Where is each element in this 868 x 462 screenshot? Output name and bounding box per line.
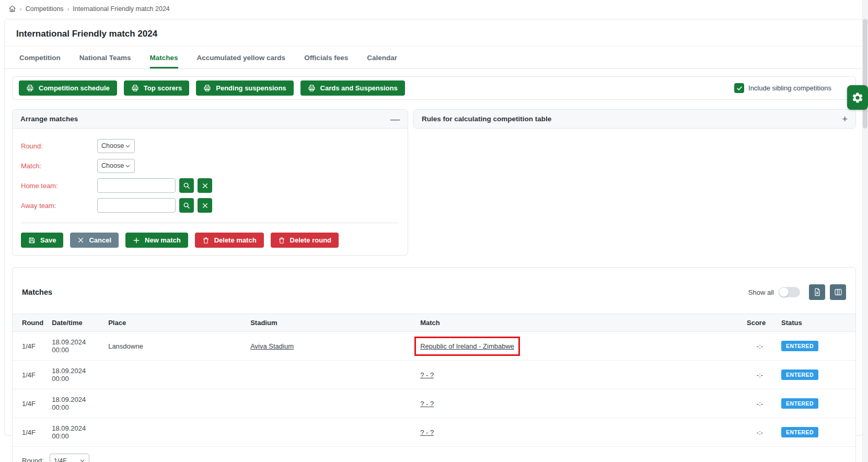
cell-stadium xyxy=(246,361,416,389)
printer-icon xyxy=(26,84,34,92)
columns-icon xyxy=(834,288,842,296)
breadcrumb-competitions[interactable]: Competitions xyxy=(26,5,64,13)
table-row: 1/4F 18.09.2024 00:00 ? - ? -:- ENTERED xyxy=(13,389,855,418)
new-match-label: New match xyxy=(145,236,181,244)
new-match-button[interactable]: New match xyxy=(125,233,188,248)
cell-match: ? - ? xyxy=(416,389,743,418)
settings-button[interactable] xyxy=(847,85,868,110)
match-link[interactable]: ? - ? xyxy=(420,429,434,436)
tab[interactable]: Calendar xyxy=(367,47,397,68)
cell-round: 1/4F xyxy=(13,418,48,447)
columns-button[interactable] xyxy=(830,284,846,300)
matches-footer: Round: 1/4F xyxy=(13,447,855,462)
tab[interactable]: Accumulated yellow cards xyxy=(197,47,286,68)
away-team-search-button[interactable] xyxy=(179,198,194,213)
export-file-button[interactable] xyxy=(809,284,825,300)
print-report-button[interactable]: Competition schedule xyxy=(19,80,117,96)
cell-place xyxy=(104,361,246,389)
round-select[interactable]: Choose xyxy=(97,139,135,153)
delete-match-button[interactable]: Delete match xyxy=(195,233,264,248)
col-status: Status xyxy=(777,314,855,332)
tab[interactable]: National Teams xyxy=(79,47,131,68)
cell-stadium xyxy=(246,389,416,418)
page-title: International Friendly match 2024 xyxy=(5,19,863,47)
tab[interactable]: Competition xyxy=(19,47,61,68)
col-stadium: Stadium xyxy=(246,314,416,332)
trash-icon xyxy=(278,237,285,244)
print-buttons: Competition schedule Top scorers xyxy=(19,80,405,96)
table-row: 1/4F 18.09.2024 00:00 ? - ? -:- ENTERED xyxy=(13,418,855,447)
include-sibling-checkbox[interactable] xyxy=(734,83,744,93)
tab[interactable]: Officials fees xyxy=(304,47,348,68)
match-select[interactable]: Choose xyxy=(97,159,135,173)
matches-head: Matches Show all xyxy=(13,284,855,314)
file-export-icon xyxy=(813,288,821,296)
away-team-field-row: Away team: xyxy=(21,198,399,213)
home-team-label: Home team: xyxy=(21,182,97,190)
cell-status: ENTERED xyxy=(777,361,855,389)
include-sibling-row: Include sibling competitions xyxy=(734,83,831,93)
table-row: 1/4F 18.09.2024 00:00 Lansdowne Aviva St… xyxy=(13,332,855,361)
home-team-field-row: Home team: xyxy=(21,178,399,193)
content: Competition schedule Top scorers xyxy=(5,69,863,462)
home-icon[interactable] xyxy=(8,5,16,13)
arrange-matches-title: Arrange matches xyxy=(20,115,78,123)
close-icon xyxy=(202,202,209,209)
matches-card: Matches Show all xyxy=(12,267,856,462)
status-badge: ENTERED xyxy=(781,341,818,351)
round-label: Round: xyxy=(21,142,97,150)
cell-datetime: 18.09.2024 00:00 xyxy=(48,361,104,389)
printer-icon xyxy=(203,84,211,92)
home-team-search-button[interactable] xyxy=(179,178,194,193)
match-select-value: Choose xyxy=(101,162,124,169)
print-report-button[interactable]: Cards and Suspensions xyxy=(300,80,405,96)
cell-stadium: Aviva Stadium xyxy=(246,332,416,361)
include-sibling-label: Include sibling competitions xyxy=(748,84,831,92)
rules-panel-title: Rules for calculating competition table xyxy=(422,115,551,123)
match-field-row: Match: Choose xyxy=(21,158,399,174)
print-report-button[interactable]: Pending suspensions xyxy=(196,80,293,96)
print-button-label: Competition schedule xyxy=(39,84,110,92)
chevron-down-icon xyxy=(79,458,85,462)
stadium-link[interactable]: Aviva Stadium xyxy=(250,342,294,350)
delete-round-button[interactable]: Delete round xyxy=(271,233,339,248)
footer-round-select[interactable]: 1/4F xyxy=(50,454,89,462)
cancel-button[interactable]: Cancel xyxy=(70,233,119,248)
cell-match: ? - ? xyxy=(416,418,743,447)
save-icon xyxy=(28,237,36,244)
col-place: Place xyxy=(104,314,246,332)
match-link[interactable]: Republic of Ireland - Zimbabwe xyxy=(420,342,514,350)
delete-match-label: Delete match xyxy=(214,236,257,244)
main-container: International Friendly match 2024 Compet… xyxy=(4,19,864,436)
scrollbar-thumb[interactable] xyxy=(863,19,867,129)
search-icon xyxy=(183,202,190,209)
home-team-input[interactable] xyxy=(97,178,176,193)
cell-round: 1/4F xyxy=(13,361,48,389)
delete-round-label: Delete round xyxy=(290,236,331,244)
rules-panel-header: Rules for calculating competition table … xyxy=(414,110,855,128)
cell-place: Lansdowne xyxy=(104,332,246,361)
match-link[interactable]: ? - ? xyxy=(420,371,434,379)
breadcrumb-separator: › xyxy=(20,6,22,12)
form-divider xyxy=(21,223,399,223)
check-icon xyxy=(736,85,743,91)
save-button[interactable]: Save xyxy=(21,233,63,248)
away-team-input[interactable] xyxy=(97,198,176,213)
cell-match: Republic of Ireland - Zimbabwe xyxy=(416,332,743,361)
col-match: Match xyxy=(416,314,743,332)
tab[interactable]: Matches xyxy=(150,47,178,68)
status-badge: ENTERED xyxy=(781,427,818,437)
matches-table: Round Date/time Place Stadium Match Scor… xyxy=(13,314,855,447)
print-toolbar: Competition schedule Top scorers xyxy=(12,76,856,100)
col-round: Round xyxy=(13,314,48,332)
expand-icon[interactable]: + xyxy=(842,116,848,123)
collapse-icon[interactable]: — xyxy=(390,116,400,123)
home-team-clear-button[interactable] xyxy=(198,178,212,193)
match-link[interactable]: ? - ? xyxy=(420,400,434,408)
printer-icon xyxy=(308,84,316,92)
print-report-button[interactable]: Top scorers xyxy=(124,80,189,96)
scrollbar-track[interactable] xyxy=(862,0,868,462)
away-team-clear-button[interactable] xyxy=(198,198,212,213)
chevron-down-icon xyxy=(125,143,131,149)
show-all-toggle[interactable] xyxy=(779,287,800,297)
